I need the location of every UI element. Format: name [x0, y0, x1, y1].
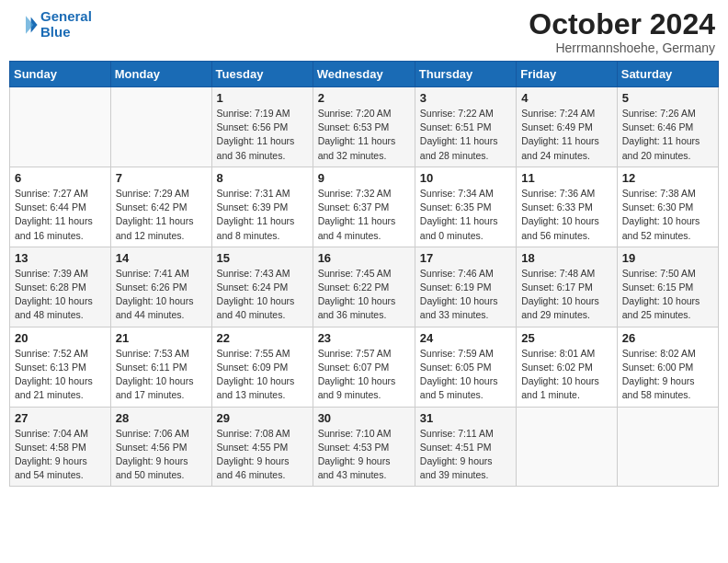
calendar-cell: 29Sunrise: 7:08 AMSunset: 4:55 PMDayligh… [211, 407, 313, 487]
calendar-cell: 26Sunrise: 8:02 AMSunset: 6:00 PMDayligh… [617, 327, 718, 407]
day-info: Sunrise: 7:27 AMSunset: 6:44 PMDaylight:… [15, 187, 106, 243]
week-row-1: 1Sunrise: 7:19 AMSunset: 6:56 PMDaylight… [10, 87, 719, 167]
calendar-cell [517, 407, 618, 487]
calendar-cell: 24Sunrise: 7:59 AMSunset: 6:05 PMDayligh… [415, 327, 516, 407]
day-number: 18 [521, 251, 612, 265]
day-number: 5 [622, 91, 713, 105]
weekday-header-sunday: Sunday [10, 62, 111, 87]
day-number: 13 [15, 251, 106, 265]
day-info: Sunrise: 7:34 AMSunset: 6:35 PMDaylight:… [420, 187, 511, 243]
day-info: Sunrise: 7:06 AMSunset: 4:56 PMDaylight:… [116, 427, 207, 483]
calendar-cell: 9Sunrise: 7:32 AMSunset: 6:37 PMDaylight… [313, 167, 415, 247]
day-info: Sunrise: 7:48 AMSunset: 6:17 PMDaylight:… [521, 267, 612, 323]
calendar-cell [617, 407, 718, 487]
title-section: October 2024 Herrmannshoehe, Germany [529, 9, 715, 55]
logo-text: General Blue [40, 9, 92, 40]
calendar-cell: 10Sunrise: 7:34 AMSunset: 6:35 PMDayligh… [415, 167, 516, 247]
calendar-cell: 1Sunrise: 7:19 AMSunset: 6:56 PMDaylight… [211, 87, 313, 167]
weekday-header-saturday: Saturday [617, 62, 718, 87]
month-title: October 2024 [529, 9, 715, 39]
day-info: Sunrise: 7:20 AMSunset: 6:53 PMDaylight:… [318, 107, 410, 163]
day-info: Sunrise: 7:57 AMSunset: 6:07 PMDaylight:… [318, 347, 410, 403]
day-number: 9 [318, 171, 410, 185]
weekday-header-friday: Friday [517, 62, 618, 87]
day-info: Sunrise: 7:39 AMSunset: 6:28 PMDaylight:… [15, 267, 106, 323]
week-row-5: 27Sunrise: 7:04 AMSunset: 4:58 PMDayligh… [10, 407, 719, 487]
day-number: 30 [318, 411, 410, 425]
day-info: Sunrise: 7:04 AMSunset: 4:58 PMDaylight:… [15, 427, 106, 483]
week-row-3: 13Sunrise: 7:39 AMSunset: 6:28 PMDayligh… [10, 247, 719, 327]
day-info: Sunrise: 7:45 AMSunset: 6:22 PMDaylight:… [318, 267, 410, 323]
logo-line2: Blue [40, 24, 71, 40]
day-info: Sunrise: 7:10 AMSunset: 4:53 PMDaylight:… [318, 427, 410, 483]
day-info: Sunrise: 7:29 AMSunset: 6:42 PMDaylight:… [116, 187, 207, 243]
logo: General Blue [13, 9, 92, 40]
day-number: 28 [116, 411, 207, 425]
day-number: 3 [420, 91, 511, 105]
day-info: Sunrise: 7:08 AMSunset: 4:55 PMDaylight:… [217, 427, 308, 483]
day-info: Sunrise: 7:38 AMSunset: 6:30 PMDaylight:… [622, 187, 713, 243]
calendar-cell: 25Sunrise: 8:01 AMSunset: 6:02 PMDayligh… [517, 327, 618, 407]
logo-icon [13, 12, 39, 38]
day-number: 31 [420, 411, 511, 425]
day-number: 11 [521, 171, 612, 185]
day-info: Sunrise: 7:41 AMSunset: 6:26 PMDaylight:… [116, 267, 207, 323]
calendar-cell: 27Sunrise: 7:04 AMSunset: 4:58 PMDayligh… [10, 407, 111, 487]
day-info: Sunrise: 7:52 AMSunset: 6:13 PMDaylight:… [15, 347, 106, 403]
day-number: 29 [217, 411, 308, 425]
location: Herrmannshoehe, Germany [529, 40, 715, 55]
calendar-cell: 23Sunrise: 7:57 AMSunset: 6:07 PMDayligh… [313, 327, 415, 407]
day-number: 22 [217, 331, 308, 345]
day-info: Sunrise: 7:53 AMSunset: 6:11 PMDaylight:… [116, 347, 207, 403]
day-number: 7 [116, 171, 207, 185]
day-info: Sunrise: 7:22 AMSunset: 6:51 PMDaylight:… [420, 107, 511, 163]
day-number: 15 [217, 251, 308, 265]
calendar-cell: 21Sunrise: 7:53 AMSunset: 6:11 PMDayligh… [110, 327, 211, 407]
day-info: Sunrise: 7:24 AMSunset: 6:49 PMDaylight:… [521, 107, 612, 163]
day-info: Sunrise: 7:59 AMSunset: 6:05 PMDaylight:… [420, 347, 511, 403]
weekday-header-row: SundayMondayTuesdayWednesdayThursdayFrid… [10, 62, 719, 87]
weekday-header-tuesday: Tuesday [211, 62, 313, 87]
day-number: 8 [217, 171, 308, 185]
day-number: 24 [420, 331, 511, 345]
day-number: 17 [420, 251, 511, 265]
day-info: Sunrise: 7:31 AMSunset: 6:39 PMDaylight:… [217, 187, 308, 243]
calendar-cell: 4Sunrise: 7:24 AMSunset: 6:49 PMDaylight… [517, 87, 618, 167]
calendar-cell: 20Sunrise: 7:52 AMSunset: 6:13 PMDayligh… [10, 327, 111, 407]
calendar-cell: 13Sunrise: 7:39 AMSunset: 6:28 PMDayligh… [10, 247, 111, 327]
calendar-cell: 8Sunrise: 7:31 AMSunset: 6:39 PMDaylight… [211, 167, 313, 247]
day-info: Sunrise: 7:55 AMSunset: 6:09 PMDaylight:… [217, 347, 308, 403]
weekday-header-wednesday: Wednesday [313, 62, 415, 87]
day-info: Sunrise: 7:43 AMSunset: 6:24 PMDaylight:… [217, 267, 308, 323]
calendar-cell: 22Sunrise: 7:55 AMSunset: 6:09 PMDayligh… [211, 327, 313, 407]
calendar-cell: 11Sunrise: 7:36 AMSunset: 6:33 PMDayligh… [517, 167, 618, 247]
day-number: 27 [15, 411, 106, 425]
day-number: 4 [521, 91, 612, 105]
day-number: 1 [217, 91, 308, 105]
calendar-cell: 14Sunrise: 7:41 AMSunset: 6:26 PMDayligh… [110, 247, 211, 327]
calendar-cell: 15Sunrise: 7:43 AMSunset: 6:24 PMDayligh… [211, 247, 313, 327]
day-number: 26 [622, 331, 713, 345]
day-number: 21 [116, 331, 207, 345]
week-row-2: 6Sunrise: 7:27 AMSunset: 6:44 PMDaylight… [10, 167, 719, 247]
day-number: 14 [116, 251, 207, 265]
day-info: Sunrise: 8:01 AMSunset: 6:02 PMDaylight:… [521, 347, 612, 403]
day-number: 10 [420, 171, 511, 185]
calendar-cell: 17Sunrise: 7:46 AMSunset: 6:19 PMDayligh… [415, 247, 516, 327]
calendar-cell: 6Sunrise: 7:27 AMSunset: 6:44 PMDaylight… [10, 167, 111, 247]
calendar-table: SundayMondayTuesdayWednesdayThursdayFrid… [9, 61, 719, 487]
day-number: 20 [15, 331, 106, 345]
calendar-cell: 3Sunrise: 7:22 AMSunset: 6:51 PMDaylight… [415, 87, 516, 167]
calendar-cell [10, 87, 111, 167]
day-number: 12 [622, 171, 713, 185]
day-info: Sunrise: 7:32 AMSunset: 6:37 PMDaylight:… [318, 187, 410, 243]
calendar-cell: 30Sunrise: 7:10 AMSunset: 4:53 PMDayligh… [313, 407, 415, 487]
calendar-cell: 7Sunrise: 7:29 AMSunset: 6:42 PMDaylight… [110, 167, 211, 247]
calendar-cell: 12Sunrise: 7:38 AMSunset: 6:30 PMDayligh… [617, 167, 718, 247]
calendar-cell: 18Sunrise: 7:48 AMSunset: 6:17 PMDayligh… [517, 247, 618, 327]
weekday-header-monday: Monday [110, 62, 211, 87]
calendar-cell: 2Sunrise: 7:20 AMSunset: 6:53 PMDaylight… [313, 87, 415, 167]
day-info: Sunrise: 7:11 AMSunset: 4:51 PMDaylight:… [420, 427, 511, 483]
day-info: Sunrise: 7:19 AMSunset: 6:56 PMDaylight:… [217, 107, 308, 163]
week-row-4: 20Sunrise: 7:52 AMSunset: 6:13 PMDayligh… [10, 327, 719, 407]
